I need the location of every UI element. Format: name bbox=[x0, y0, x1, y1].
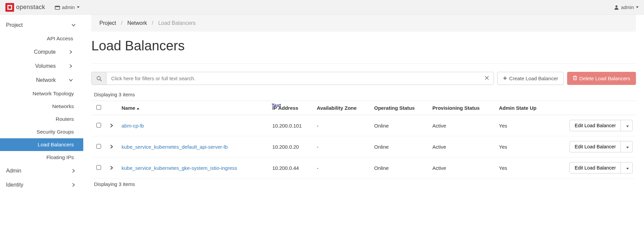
delete-load-balancers-button[interactable]: Delete Load Balancers bbox=[567, 72, 636, 85]
svg-rect-4 bbox=[11, 6, 12, 9]
displaying-count-top: Displaying 3 items bbox=[94, 92, 636, 97]
svg-rect-3 bbox=[7, 6, 8, 9]
row-action-dropdown-toggle[interactable] bbox=[621, 162, 633, 174]
cell-op-status: Online bbox=[371, 157, 429, 179]
edit-load-balancer-button[interactable]: Edit Load Balancer bbox=[569, 162, 621, 174]
expand-row-button[interactable] bbox=[109, 166, 113, 170]
table-header-row: Name IP Address Availability Zone Operat… bbox=[91, 101, 636, 115]
sidebar-item-label: Volumes bbox=[35, 63, 56, 69]
caret-down-icon bbox=[626, 126, 629, 127]
cell-admin-up: Yes bbox=[496, 157, 550, 179]
col-name[interactable]: Name bbox=[118, 101, 269, 115]
sidebar-item-identity[interactable]: Identity bbox=[0, 178, 83, 192]
expand-row-button[interactable] bbox=[109, 124, 113, 128]
displaying-count-bottom: Displaying 3 items bbox=[94, 181, 636, 187]
sidebar-item-label: Project bbox=[6, 22, 23, 28]
sidebar-item-compute[interactable]: Compute bbox=[0, 45, 83, 59]
sidebar-item-floating-ips[interactable]: Floating IPs bbox=[0, 151, 83, 164]
edit-load-balancer-button[interactable]: Edit Load Balancer bbox=[569, 120, 621, 131]
cell-ip: 10.200.0.44 bbox=[269, 157, 314, 179]
col-ip[interactable]: IP Address bbox=[269, 101, 314, 115]
sidebar-item-api-access[interactable]: API Access bbox=[0, 32, 83, 45]
svg-rect-1 bbox=[7, 5, 12, 6]
search-clear-button[interactable] bbox=[480, 72, 494, 85]
cell-prov-status: Active bbox=[429, 136, 496, 157]
col-provisioning-status[interactable]: Provisioning Status bbox=[429, 101, 496, 115]
breadcrumb-separator: / bbox=[152, 20, 153, 26]
col-availability-zone[interactable]: Availability Zone bbox=[313, 101, 371, 115]
openstack-logo-icon bbox=[5, 3, 14, 12]
row-checkbox[interactable] bbox=[96, 165, 101, 170]
chevron-right-icon bbox=[71, 168, 76, 173]
breadcrumb-network[interactable]: Network bbox=[127, 20, 147, 26]
table-row: abm-cp-lb 10.200.0.101 - Online Active Y… bbox=[91, 115, 636, 136]
sidebar-item-label: Identity bbox=[6, 182, 24, 188]
user-icon bbox=[614, 5, 619, 10]
load-balancers-table: Name IP Address Availability Zone Operat… bbox=[91, 101, 636, 179]
load-balancer-name-link[interactable]: kube_service_kubernetes_gke-system_istio… bbox=[122, 165, 237, 171]
brand[interactable]: openstack bbox=[5, 3, 45, 12]
sidebar-item-security-groups[interactable]: Security Groups bbox=[0, 126, 83, 138]
title-separator bbox=[91, 63, 636, 64]
row-action-group: Edit Load Balancer bbox=[569, 141, 633, 152]
edit-load-balancer-button[interactable]: Edit Load Balancer bbox=[569, 141, 621, 152]
plus-icon bbox=[503, 76, 507, 81]
cell-admin-up: Yes bbox=[496, 115, 550, 136]
sidebar-item-networks[interactable]: Networks bbox=[0, 100, 83, 113]
row-action-dropdown-toggle[interactable] bbox=[621, 141, 633, 152]
sidebar-item-network[interactable]: Network bbox=[0, 73, 83, 87]
sidebar: Project API Access Compute Volumes Netwo… bbox=[0, 15, 83, 204]
svg-line-9 bbox=[100, 80, 101, 81]
brand-label: openstack bbox=[16, 4, 45, 11]
toolbar: Create Load Balancer Delete Load Balance… bbox=[91, 72, 636, 85]
chevron-down-icon bbox=[68, 78, 73, 83]
breadcrumb-current: Load Balancers bbox=[158, 20, 195, 26]
breadcrumb-project[interactable]: Project bbox=[99, 20, 116, 26]
sidebar-item-routers[interactable]: Routers bbox=[0, 113, 83, 126]
sidebar-item-volumes[interactable]: Volumes bbox=[0, 59, 83, 73]
svg-point-7 bbox=[615, 5, 617, 7]
col-operating-status[interactable]: Operating Status bbox=[371, 101, 429, 115]
svg-rect-14 bbox=[573, 77, 577, 80]
search-icon bbox=[92, 72, 106, 85]
create-button-label: Create Load Balancer bbox=[509, 76, 558, 81]
row-checkbox[interactable] bbox=[96, 144, 101, 149]
user-menu[interactable]: admin bbox=[614, 5, 639, 10]
load-balancer-name-link[interactable]: kube_service_kubernetes_default_api-serv… bbox=[122, 144, 228, 150]
sort-asc-icon bbox=[137, 108, 139, 109]
project-switcher[interactable]: admin bbox=[55, 5, 80, 10]
page-title: Load Balancers bbox=[91, 38, 636, 53]
sidebar-item-project[interactable]: Project bbox=[0, 18, 83, 32]
delete-button-label: Delete Load Balancers bbox=[579, 76, 630, 81]
chevron-down-icon bbox=[71, 23, 76, 28]
cell-ip: 10.200.0.101 bbox=[269, 115, 314, 136]
trash-icon bbox=[573, 76, 577, 81]
chevron-right-icon bbox=[68, 50, 73, 54]
load-balancer-name-link[interactable]: abm-cp-lb bbox=[122, 123, 144, 129]
caret-down-icon bbox=[77, 6, 80, 8]
select-all-checkbox[interactable] bbox=[96, 105, 101, 110]
row-action-dropdown-toggle[interactable] bbox=[621, 120, 633, 131]
create-load-balancer-button[interactable]: Create Load Balancer bbox=[497, 72, 564, 85]
row-checkbox[interactable] bbox=[96, 123, 101, 128]
col-admin-state-up[interactable]: Admin State Up bbox=[496, 101, 550, 115]
cell-op-status: Online bbox=[371, 115, 429, 136]
sidebar-item-network-topology[interactable]: Network Topology bbox=[0, 87, 83, 100]
expand-row-button[interactable] bbox=[109, 145, 113, 149]
table-row: kube_service_kubernetes_default_api-serv… bbox=[91, 136, 636, 157]
sidebar-item-load-balancers[interactable]: Load Balancers bbox=[0, 138, 83, 151]
search-group bbox=[91, 72, 494, 85]
sidebar-item-admin[interactable]: Admin bbox=[0, 164, 83, 178]
cell-ip: 10.200.0.20 bbox=[269, 136, 314, 157]
main-content: Project / Network / Load Balancers Load … bbox=[83, 15, 644, 204]
svg-rect-2 bbox=[7, 9, 12, 10]
table-row: kube_service_kubernetes_gke-system_istio… bbox=[91, 157, 636, 179]
chevron-right-icon bbox=[71, 183, 76, 187]
svg-rect-6 bbox=[55, 6, 60, 7]
cell-prov-status: Active bbox=[429, 157, 496, 179]
chevron-right-icon bbox=[68, 64, 73, 68]
cell-prov-status: Active bbox=[429, 115, 496, 136]
caret-down-icon bbox=[626, 147, 629, 148]
search-input[interactable] bbox=[106, 72, 480, 85]
cell-az: - bbox=[313, 115, 371, 136]
